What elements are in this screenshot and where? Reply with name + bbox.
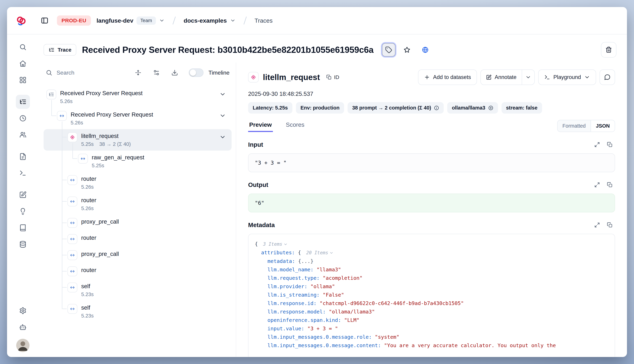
org-switcher-chevron-icon[interactable] xyxy=(159,18,165,23)
sidebar-item-playground[interactable] xyxy=(16,166,30,180)
json-line: input.value: "3 + 3 = " xyxy=(255,324,608,333)
tree-node-label: router xyxy=(81,196,96,204)
metadata-copy-button[interactable] xyxy=(604,220,615,230)
sidebar-item-sessions[interactable] xyxy=(16,111,30,125)
sidebar-item-prompts[interactable] xyxy=(16,150,30,164)
tree-guide-line xyxy=(51,108,52,116)
tree-guide-line xyxy=(62,122,62,130)
span-type-icon xyxy=(68,234,77,244)
sidebar-item-settings[interactable] xyxy=(16,304,30,318)
span-type-icon xyxy=(68,218,77,228)
comment-bubble-icon xyxy=(604,74,611,80)
breadcrumb-traces[interactable]: Traces xyxy=(253,16,274,25)
tab-preview[interactable]: Preview xyxy=(248,120,273,132)
tag-button[interactable] xyxy=(382,43,395,56)
tree-node-duration: 5.26s xyxy=(81,205,96,212)
input-expand-button[interactable] xyxy=(592,139,602,150)
tree-node-received-proxy-server-request[interactable]: Received Proxy Server Request5.26s xyxy=(44,86,232,108)
plus-circle-icon[interactable] xyxy=(488,105,493,110)
icon-rail xyxy=(7,34,39,357)
playground-button[interactable]: Playground xyxy=(538,70,596,85)
share-public-button[interactable] xyxy=(418,43,432,56)
tree-node-router[interactable]: router5.26s xyxy=(44,172,232,194)
trash-icon xyxy=(605,46,612,53)
sidebar-toggle-button[interactable] xyxy=(39,15,50,26)
tab-scores[interactable]: Scores xyxy=(285,120,306,132)
copy-id-button[interactable]: ID xyxy=(324,72,341,82)
user-avatar[interactable] xyxy=(16,339,30,352)
sidebar-item-search[interactable] xyxy=(16,40,30,54)
sidebar-item-traces[interactable] xyxy=(16,95,30,109)
project-breadcrumb[interactable]: docs-examples xyxy=(182,16,237,25)
bookmark-star-button[interactable] xyxy=(400,43,414,56)
collapse-chevron-icon[interactable] xyxy=(219,91,226,98)
download-icon xyxy=(171,69,178,76)
sidebar-item-annotations[interactable] xyxy=(16,221,30,235)
tree-settings-button[interactable] xyxy=(151,67,162,78)
span-type-icon xyxy=(57,111,67,121)
project-name: docs-examples xyxy=(184,17,227,24)
unfold-vertical-icon xyxy=(135,69,141,76)
metric-badge: 38 prompt → 2 completion (Σ 40) xyxy=(348,102,444,114)
project-switcher-chevron-icon[interactable] xyxy=(230,18,236,23)
comments-button[interactable] xyxy=(599,70,615,85)
tree-node-tokens: 38 → 2 (Σ 40) xyxy=(99,141,131,148)
output-expand-button[interactable] xyxy=(592,180,602,190)
tree-guide-line xyxy=(62,194,62,215)
add-to-datasets-button[interactable]: Add to datasets xyxy=(418,70,477,85)
tree-node-proxy-pre-call[interactable]: proxy_pre_call xyxy=(44,215,232,231)
collapse-chevron-icon[interactable] xyxy=(219,134,226,140)
right-column: Trace Received Proxy Server Request: b30… xyxy=(39,34,627,357)
tree-node-raw-gen-ai-request[interactable]: raw_gen_ai_request5.25s xyxy=(44,150,232,172)
sliders-icon xyxy=(153,69,160,76)
copy-icon xyxy=(607,222,612,228)
input-copy-button[interactable] xyxy=(604,139,615,150)
format-option-formatted[interactable]: Formatted xyxy=(558,120,591,132)
metric-badge: Latency: 5.25s xyxy=(248,102,292,114)
badge-text: 38 prompt → 2 completion (Σ 40) xyxy=(352,105,431,111)
tree-guide-elbow xyxy=(62,201,67,202)
tree-node-self[interactable]: self5.23s xyxy=(44,301,232,322)
format-option-json[interactable]: JSON xyxy=(591,120,615,132)
tree-node-litellm-request[interactable]: litellm_request5.25s38 → 2 (Σ 40) xyxy=(44,129,232,150)
chevron-down-icon xyxy=(525,74,531,80)
tree-node-received-proxy-server-request[interactable]: Received Proxy Server Request5.26s xyxy=(44,108,232,129)
tree-node-duration: 5.23s xyxy=(81,291,94,298)
json-line: llm.model_name: "llama3" xyxy=(255,265,608,274)
tree-node-router[interactable]: router xyxy=(44,263,232,280)
tree-node-proxy-pre-call[interactable]: proxy_pre_call xyxy=(44,247,232,263)
collapse-caret-icon[interactable] xyxy=(329,251,333,255)
sidebar-item-evaluators[interactable] xyxy=(16,204,30,218)
download-button[interactable] xyxy=(169,67,180,78)
playground-label: Playground xyxy=(553,74,581,80)
metric-badge: Env: production xyxy=(296,102,344,114)
sidebar-item-datasets[interactable] xyxy=(16,237,30,251)
info-icon[interactable] xyxy=(434,105,439,110)
annotate-button[interactable]: Annotate xyxy=(481,70,522,84)
tree-node-label: raw_gen_ai_request xyxy=(92,154,144,161)
collapse-caret-icon[interactable] xyxy=(283,242,288,246)
timeline-toggle[interactable] xyxy=(189,68,203,77)
metadata-expand-button[interactable] xyxy=(592,220,602,230)
sidebar-item-users[interactable] xyxy=(16,128,30,142)
search-input[interactable] xyxy=(56,69,125,76)
delete-trace-button[interactable] xyxy=(601,42,616,58)
tree-node-self[interactable]: self5.23s xyxy=(44,280,232,301)
annotate-dropdown-button[interactable] xyxy=(522,70,534,84)
trace-header: Trace Received Proxy Server Request: b30… xyxy=(39,34,627,62)
sidebar-item-home[interactable] xyxy=(16,56,30,70)
output-copy-button[interactable] xyxy=(604,180,615,190)
tree-node-router[interactable]: router5.26s xyxy=(44,194,232,215)
org-breadcrumb[interactable]: langfuse-dev Team xyxy=(95,16,166,26)
sidebar-item-dashboards[interactable] xyxy=(16,73,30,87)
collapse-chevron-icon[interactable] xyxy=(219,112,226,119)
langfuse-logo-icon[interactable] xyxy=(16,15,27,26)
expand-collapse-all-button[interactable] xyxy=(132,67,144,78)
sidebar-item-scores[interactable] xyxy=(16,188,30,202)
annotate-pen-icon xyxy=(486,74,492,80)
tree-node-router[interactable]: router xyxy=(44,231,232,247)
database-icon xyxy=(19,240,27,248)
expand-icon xyxy=(594,182,600,188)
sidebar-item-support[interactable] xyxy=(16,320,30,334)
tree-guide-elbow xyxy=(62,287,67,288)
